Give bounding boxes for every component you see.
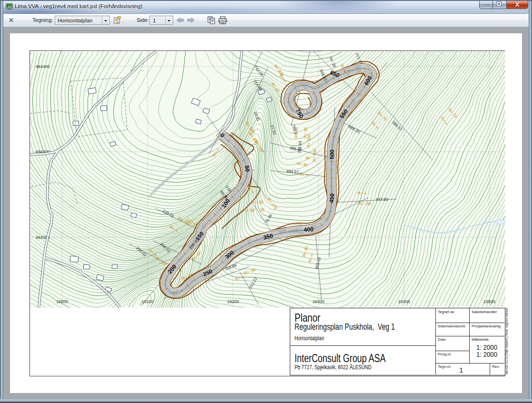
svg-text:R= 500: R= 500 [312, 148, 317, 162]
svg-text:50: 50 [243, 165, 251, 173]
svg-text:18300: 18300 [313, 299, 325, 304]
svg-text:18400: 18400 [398, 299, 410, 304]
svg-text:R= 200: R= 200 [306, 134, 312, 147]
svg-text:447.92: 447.92 [376, 197, 388, 202]
svg-text:18200: 18200 [227, 299, 239, 304]
svg-text:18500: 18500 [483, 299, 495, 304]
svg-text:R= 30: R= 30 [244, 208, 255, 213]
svg-text:40: 40 [305, 156, 310, 160]
svg-text:704.43: 704.43 [297, 141, 303, 154]
svg-text:400: 400 [304, 226, 314, 234]
svg-text:450: 450 [328, 193, 336, 203]
svg-text:R= -30: R= -30 [359, 201, 371, 206]
svg-text:R= 45: R= 45 [294, 127, 299, 138]
svg-text:R= ∞: R= ∞ [358, 191, 367, 196]
svg-text:R= -30: R= -30 [251, 200, 264, 205]
svg-text:494400: 494400 [36, 64, 50, 69]
svg-text:18000: 18000 [56, 299, 68, 304]
svg-text:500: 500 [328, 149, 335, 159]
svg-text:35: 35 [260, 207, 265, 212]
